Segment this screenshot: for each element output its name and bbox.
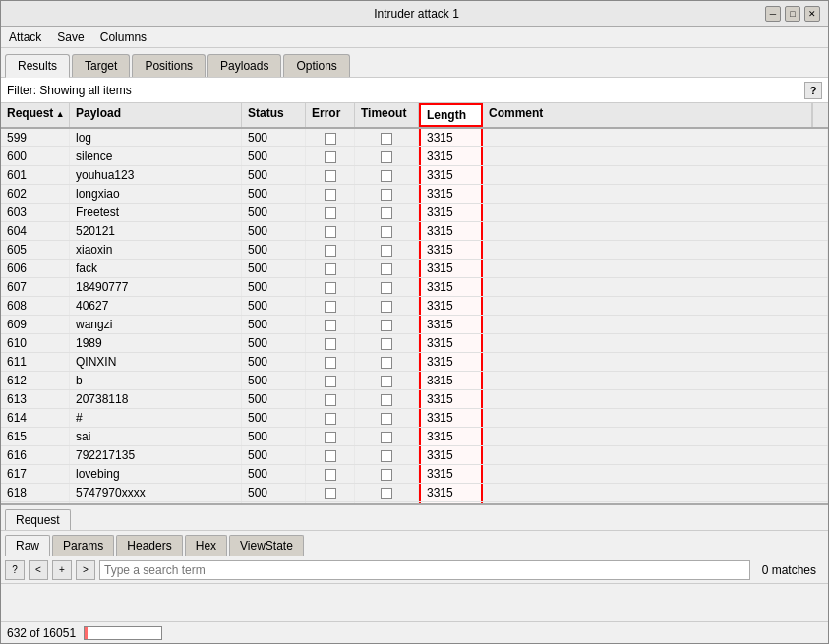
cell-error <box>306 502 355 503</box>
bottom-tabs-bar: Request <box>1 505 828 531</box>
col-timeout[interactable]: Timeout <box>355 103 419 127</box>
cell-error <box>306 278 355 296</box>
cell-error <box>306 409 355 427</box>
cell-length: 3315 <box>419 316 483 333</box>
cell-status: 500 <box>242 446 306 464</box>
tab-results[interactable]: Results <box>5 54 70 78</box>
cell-length: 3315 <box>419 465 483 483</box>
sub-tabs-bar: Raw Params Headers Hex ViewState <box>1 531 828 556</box>
cell-error <box>306 334 355 352</box>
filter-help-button[interactable]: ? <box>804 82 822 99</box>
col-request[interactable]: Request <box>1 103 70 127</box>
table-row[interactable]: 609 wangzi 500 3315 <box>1 316 828 334</box>
menu-save[interactable]: Save <box>53 29 88 45</box>
search-help-button[interactable]: ? <box>5 560 25 580</box>
menu-columns[interactable]: Columns <box>96 29 150 45</box>
cell-status: 500 <box>242 484 306 501</box>
subtab-hex[interactable]: Hex <box>185 535 227 556</box>
cell-error <box>306 129 355 146</box>
col-payload[interactable]: Payload <box>70 103 242 127</box>
cell-comment <box>483 390 828 408</box>
cell-status: 500 <box>242 278 306 296</box>
table-row[interactable]: 617 lovebing 500 3315 <box>1 465 828 484</box>
table-row[interactable]: 605 xiaoxin 500 3315 <box>1 241 828 260</box>
cell-length: 3315 <box>419 278 483 296</box>
cell-comment <box>483 297 828 315</box>
cell-length: 3315 <box>419 428 483 445</box>
col-comment[interactable]: Comment <box>483 103 812 127</box>
cell-status: 500 <box>242 222 306 240</box>
cell-length: 3315 <box>419 484 483 501</box>
cell-timeout <box>355 502 419 503</box>
table-row[interactable]: 619 13569134135 500 3315 <box>1 502 828 503</box>
table-row[interactable]: 614 # 500 3315 <box>1 409 828 428</box>
cell-payload: 1989 <box>70 334 242 352</box>
tab-payloads[interactable]: Payloads <box>207 54 281 77</box>
table-row[interactable]: 606 fack 500 3315 <box>1 260 828 278</box>
cell-comment <box>483 222 828 240</box>
table-row[interactable]: 603 Freetest 500 3315 <box>1 204 828 222</box>
table-row[interactable]: 616 792217135 500 3315 <box>1 446 828 465</box>
cell-status: 500 <box>242 241 306 259</box>
status-text: 632 of 16051 <box>7 626 76 640</box>
subtab-viewstate[interactable]: ViewState <box>229 535 304 556</box>
cell-request: 602 <box>1 185 70 203</box>
tab-target[interactable]: Target <box>72 54 130 77</box>
search-prev-button[interactable]: < <box>29 560 48 580</box>
table-body[interactable]: 599 log 500 3315 600 silence 500 3315 60… <box>1 129 828 503</box>
table-row[interactable]: 613 20738118 500 3315 <box>1 390 828 409</box>
cell-comment <box>483 372 828 389</box>
cell-payload: silence <box>70 147 242 165</box>
cell-payload: wangzi <box>70 316 242 333</box>
cell-request: 607 <box>1 278 70 296</box>
cell-payload: Freetest <box>70 204 242 221</box>
table-row[interactable]: 612 b 500 3315 <box>1 372 828 390</box>
cell-payload: sai <box>70 428 242 445</box>
col-error[interactable]: Error <box>306 103 355 127</box>
search-next-button[interactable]: > <box>76 560 95 580</box>
subtab-params[interactable]: Params <box>52 535 114 556</box>
table-row[interactable]: 608 40627 500 3315 <box>1 297 828 316</box>
cell-comment <box>483 260 828 277</box>
cell-error <box>306 316 355 333</box>
minimize-button[interactable]: ─ <box>765 6 781 22</box>
cell-error <box>306 428 355 445</box>
maximize-button[interactable]: □ <box>785 6 800 22</box>
cell-comment <box>483 166 828 184</box>
table-row[interactable]: 604 520121 500 3315 <box>1 222 828 241</box>
tab-options[interactable]: Options <box>283 54 349 77</box>
tab-positions[interactable]: Positions <box>132 54 206 77</box>
subtab-raw[interactable]: Raw <box>5 535 50 556</box>
search-input[interactable] <box>99 560 750 580</box>
table-row[interactable]: 618 5747970xxxx 500 3315 <box>1 484 828 502</box>
cell-length: 3315 <box>419 185 483 203</box>
table-row[interactable]: 599 log 500 3315 <box>1 129 828 147</box>
col-length[interactable]: Length <box>419 103 483 127</box>
cell-payload: # <box>70 409 242 427</box>
search-add-button[interactable]: + <box>52 560 72 580</box>
close-button[interactable]: ✕ <box>804 6 820 22</box>
cell-error <box>306 185 355 203</box>
cell-request: 604 <box>1 222 70 240</box>
table-row[interactable]: 607 18490777 500 3315 <box>1 278 828 297</box>
cell-error <box>306 260 355 277</box>
cell-payload: 520121 <box>70 222 242 240</box>
table-row[interactable]: 611 QINXIN 500 3315 <box>1 353 828 372</box>
subtab-headers[interactable]: Headers <box>116 535 182 556</box>
col-status[interactable]: Status <box>242 103 306 127</box>
cell-request: 606 <box>1 260 70 277</box>
cell-payload: 18490777 <box>70 278 242 296</box>
table-row[interactable]: 601 youhua123 500 3315 <box>1 166 828 185</box>
cell-timeout <box>355 185 419 203</box>
cell-request: 600 <box>1 147 70 165</box>
tab-request[interactable]: Request <box>5 509 71 530</box>
menu-attack[interactable]: Attack <box>5 29 45 45</box>
table-row[interactable]: 615 sai 500 3315 <box>1 428 828 446</box>
table-row[interactable]: 610 1989 500 3315 <box>1 334 828 353</box>
window-controls: ─ □ ✕ <box>765 6 820 22</box>
cell-comment <box>483 409 828 427</box>
matches-label: 0 matches <box>754 563 824 577</box>
table-row[interactable]: 600 silence 500 3315 <box>1 147 828 166</box>
cell-timeout <box>355 278 419 296</box>
table-row[interactable]: 602 longxiao 500 3315 <box>1 185 828 204</box>
